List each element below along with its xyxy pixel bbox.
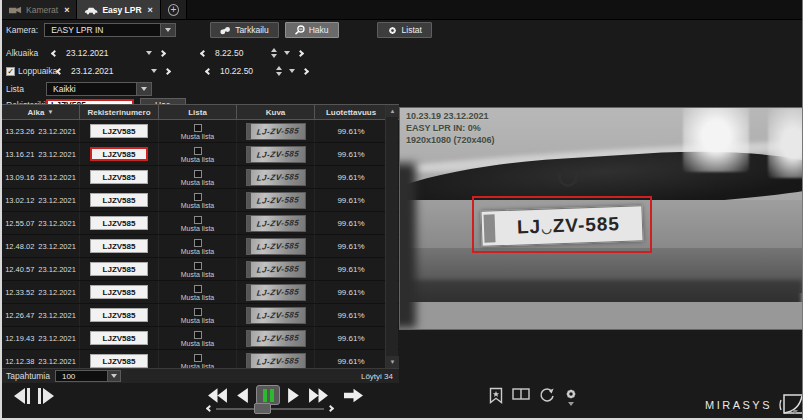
plate-image[interactable]: LJ-ZV-585: [246, 353, 306, 370]
scroll-down-icon[interactable]: ▼: [386, 356, 399, 368]
blacklist-checkbox[interactable]: [194, 170, 202, 178]
chevron-left-icon[interactable]: [200, 49, 207, 56]
scroll-up-icon[interactable]: ▲: [386, 105, 399, 117]
listat-button[interactable]: Listat: [377, 22, 432, 38]
dropdown-button[interactable]: [107, 371, 120, 381]
rewind-button[interactable]: [207, 388, 228, 403]
column-header-rekisterinumero[interactable]: Rekisterinumero: [80, 105, 159, 119]
chevron-down-icon[interactable]: [289, 69, 295, 73]
table-row[interactable]: 12.12.38 23.12.2021 LJZV585 Musta lista …: [2, 350, 399, 369]
plate-number[interactable]: LJZV585: [90, 239, 148, 253]
tab-easy-lpr[interactable]: Easy LPR ×: [77, 0, 160, 19]
history-button[interactable]: [539, 387, 555, 403]
camera-select[interactable]: EASY LPR IN: [44, 23, 176, 37]
blacklist-checkbox[interactable]: [194, 262, 202, 270]
blacklist-checkbox[interactable]: [194, 147, 202, 155]
slider-track[interactable]: [216, 408, 324, 410]
table-row[interactable]: 12.19.43 23.12.2021 LJZV585 Musta lista …: [2, 327, 399, 350]
video-panel[interactable]: LJ◡ZV-585 10.23.19 23.12.2021 EASY LPR I…: [399, 107, 803, 330]
slider-handle[interactable]: [254, 403, 271, 414]
end-time-checkbox[interactable]: ✓: [6, 67, 15, 76]
table-row[interactable]: 13.02.12 23.12.2021 LJZV585 Musta lista …: [2, 189, 399, 212]
start-date-value[interactable]: 23.12.2021: [66, 48, 118, 58]
end-date-value[interactable]: 23.12.2021: [71, 66, 123, 76]
plate-number[interactable]: LJZV585: [90, 193, 148, 207]
chevron-left-icon[interactable]: [51, 49, 58, 56]
table-row[interactable]: 13.23.26 23.12.2021 LJZV585 Musta lista …: [2, 120, 399, 143]
plate-number[interactable]: LJZV585: [90, 124, 148, 138]
chevron-right-icon[interactable]: [297, 49, 304, 56]
step-backward-button[interactable]: [14, 388, 30, 404]
blacklist-checkbox[interactable]: [194, 308, 202, 316]
table-row[interactable]: 13.16.21 23.12.2021 LJZV585 Musta lista …: [2, 143, 399, 166]
plate-image[interactable]: LJ-ZV-585: [246, 330, 306, 347]
end-time-value[interactable]: 10.22.50: [220, 66, 262, 76]
table-row[interactable]: 12.55.07 23.12.2021 LJZV585 Musta lista …: [2, 212, 399, 235]
table-row[interactable]: 13.09.16 23.12.2021 LJZV585 Musta lista …: [2, 166, 399, 189]
plate-number[interactable]: LJZV585: [90, 285, 148, 299]
dropdown-button[interactable]: [160, 24, 175, 36]
bookmark-button[interactable]: [489, 387, 503, 404]
list-select[interactable]: Kaikki: [46, 82, 152, 96]
table-scrollbar[interactable]: ▲ ▼: [385, 105, 398, 368]
plate-number[interactable]: LJZV585: [90, 170, 148, 184]
jump-to-end-button[interactable]: [344, 388, 363, 403]
time-spinner[interactable]: [276, 66, 282, 76]
plate-image[interactable]: LJ-ZV-585: [246, 192, 306, 209]
chevron-right-icon[interactable]: [164, 67, 171, 74]
close-icon[interactable]: ×: [64, 5, 69, 15]
dropdown-button[interactable]: [136, 83, 151, 95]
chevron-right-icon[interactable]: [159, 49, 166, 56]
blacklist-checkbox[interactable]: [194, 239, 202, 247]
tab-kamerat[interactable]: Kamerat ×: [2, 0, 77, 19]
haku-button[interactable]: Haku: [285, 22, 339, 38]
plate-image[interactable]: LJ-ZV-585: [246, 307, 306, 324]
speed-slider[interactable]: [207, 406, 333, 411]
plate-number[interactable]: LJZV585: [90, 354, 148, 368]
blacklist-checkbox[interactable]: [194, 354, 202, 362]
blacklist-checkbox[interactable]: [194, 285, 202, 293]
table-row[interactable]: 12.26.47 23.12.2021 LJZV585 Musta lista …: [2, 304, 399, 327]
table-row[interactable]: 12.33.52 23.12.2021 LJZV585 Musta lista …: [2, 281, 399, 304]
fast-forward-button[interactable]: [308, 388, 329, 403]
start-time-value[interactable]: 8.22.50: [215, 48, 257, 58]
column-header-luotettavuus[interactable]: Luotettavuus: [315, 105, 387, 119]
chevron-left-icon[interactable]: [56, 67, 63, 74]
slider-right-icon[interactable]: [327, 405, 334, 412]
column-header-lista[interactable]: Lista: [159, 105, 237, 119]
table-row[interactable]: 12.48.02 23.12.2021 LJZV585 Musta lista …: [2, 235, 399, 258]
step-forward-button[interactable]: [38, 388, 54, 404]
plate-image[interactable]: LJ-ZV-585: [246, 238, 306, 255]
play-backward-button[interactable]: [235, 388, 249, 403]
blacklist-checkbox[interactable]: [194, 124, 202, 132]
chevron-down-icon[interactable]: [792, 410, 798, 414]
table-row[interactable]: 12.40.57 23.12.2021 LJZV585 Musta lista …: [2, 258, 399, 281]
plate-image[interactable]: LJ-ZV-585: [246, 215, 306, 232]
plate-number[interactable]: LJZV585: [90, 216, 148, 230]
plate-image[interactable]: LJ-ZV-585: [246, 284, 306, 301]
chevron-left-icon[interactable]: [205, 67, 212, 74]
plate-number[interactable]: LJZV585: [90, 308, 148, 322]
plate-number[interactable]: LJZV585: [90, 147, 148, 161]
play-button[interactable]: [287, 388, 301, 403]
time-spinner[interactable]: [271, 48, 277, 58]
plate-image[interactable]: LJ-ZV-585: [246, 169, 306, 186]
plate-image[interactable]: LJ-ZV-585: [246, 261, 306, 278]
chevron-down-icon[interactable]: [151, 69, 157, 73]
close-icon[interactable]: ×: [148, 5, 153, 15]
settings-button[interactable]: [564, 387, 578, 406]
new-tab-button[interactable]: +: [161, 0, 187, 19]
chevron-down-icon[interactable]: [284, 51, 290, 55]
chevron-right-icon[interactable]: [302, 67, 309, 74]
blacklist-checkbox[interactable]: [194, 193, 202, 201]
events-count-select[interactable]: 100: [55, 370, 121, 382]
plate-number[interactable]: LJZV585: [90, 331, 148, 345]
column-header-kuva[interactable]: Kuva: [237, 105, 315, 119]
column-header-aika[interactable]: Aika▼: [2, 105, 80, 119]
slider-left-icon[interactable]: [206, 405, 213, 412]
plate-image[interactable]: LJ-ZV-585: [246, 146, 306, 163]
chevron-down-icon[interactable]: [146, 51, 152, 55]
plate-number[interactable]: LJZV585: [90, 262, 148, 276]
tarkkailu-button[interactable]: Tarkkailu: [210, 22, 279, 38]
plate-image[interactable]: LJ-ZV-585: [246, 123, 306, 140]
